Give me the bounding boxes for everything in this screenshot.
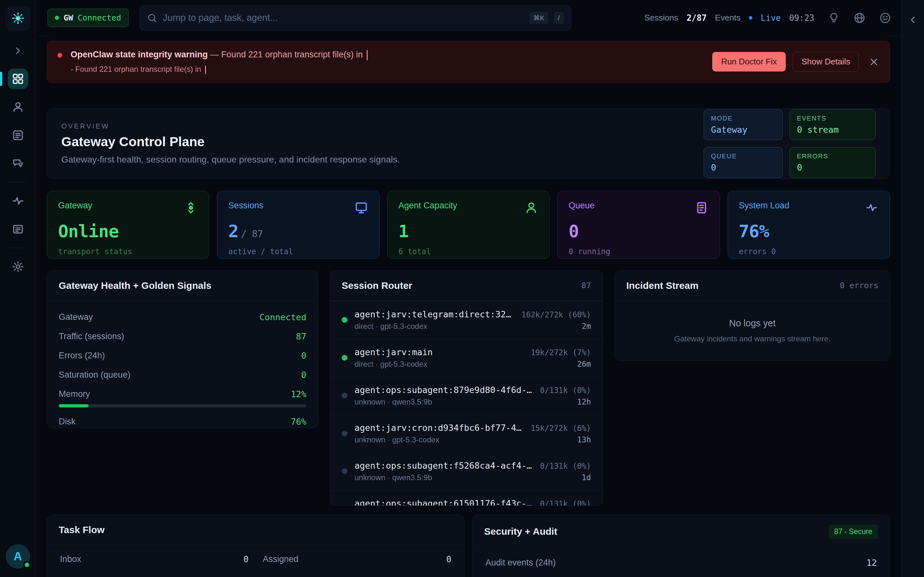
stat-system-load: System Load 76% errors 0 <box>728 191 890 259</box>
stat-gateway-title: Gateway <box>58 201 92 211</box>
errors-label: ERRORS <box>797 153 868 160</box>
left-sidebar: A <box>0 0 36 577</box>
session-name: agent:jarv:cron:d934fbc6-bf77-41fd-bfd0… <box>355 423 524 433</box>
alert-title: OpenClaw state integrity warning <box>71 50 208 59</box>
live-dot <box>749 16 752 19</box>
sun-icon <box>11 260 24 273</box>
gateway-status-badge[interactable]: GW Connected <box>47 9 129 27</box>
show-details-button[interactable]: Show Details <box>793 52 859 71</box>
session-meta: unknown · qwen3.5:9b <box>355 398 432 406</box>
task-flow-inbox: Inbox 0 <box>60 554 249 564</box>
sidebar-item-chat[interactable] <box>8 153 28 174</box>
bottom-row: Task Flow Inbox 0 Assigned 0 <box>47 514 890 577</box>
session-row[interactable]: agent:jarv:main 19k/272k (7%) direct · g… <box>330 339 603 377</box>
router-header: Session Router 87 <box>330 271 603 301</box>
events-value: 0 stream <box>797 125 868 135</box>
search-input[interactable] <box>163 13 523 23</box>
sidebar-divider <box>9 248 27 248</box>
stat-agent-capacity-sub: 6 total <box>399 247 538 256</box>
sidebar-collapse-toggle[interactable] <box>8 40 28 61</box>
overview-mini-cards: MODE Gateway EVENTS 0 stream QUEUE 0 ERR… <box>704 109 876 178</box>
session-row[interactable]: agent:ops:subagent:879e9d80-4f6d-4f2a-a6… <box>330 377 603 414</box>
session-meta: direct · gpt-5.3-codex <box>355 322 427 331</box>
health-title: Gateway Health + Golden Signals <box>59 280 212 291</box>
session-age: 26m <box>577 359 591 369</box>
grid-icon <box>11 73 24 85</box>
router-title: Session Router <box>342 280 412 291</box>
session-name: agent:ops:subagent:61501176-f43c-4864-99… <box>355 498 533 506</box>
sidebar-item-agents[interactable] <box>8 97 28 117</box>
alert-actions: Run Doctor Fix Show Details <box>712 52 879 71</box>
path-cursor <box>367 50 368 60</box>
queue-card: QUEUE 0 <box>704 147 782 178</box>
incidents-count: 0 errors <box>840 281 879 290</box>
stat-system-load-value: 76% <box>739 221 879 242</box>
sidebar-item-logs[interactable] <box>8 219 28 239</box>
session-row[interactable]: agent:jarv:cron:d934fbc6-bf77-41fd-bfd0…… <box>330 414 603 452</box>
session-row[interactable]: agent:ops:subagent:f5268ca4-acf4-4181-8e… <box>330 452 603 490</box>
session-name: agent:jarv:telegram:direct:328940762 <box>355 309 515 319</box>
user-avatar[interactable]: A <box>6 544 30 569</box>
alert-detail: - Found 221 orphan transcript file(s) in <box>71 65 201 73</box>
sidebar-item-dashboard[interactable] <box>8 69 28 89</box>
errors-card: ERRORS 0 <box>790 147 876 178</box>
mode-card: MODE Gateway <box>704 109 782 140</box>
stat-agent-capacity-value: 1 <box>399 221 538 242</box>
secure-badge: 87 - Secure <box>829 524 878 539</box>
alert-line-2: - Found 221 orphan transcript file(s) in <box>71 65 704 74</box>
incidents-header: Incident Stream 0 errors <box>615 271 890 301</box>
smiley-icon[interactable] <box>879 12 891 24</box>
app-logo <box>5 6 31 31</box>
app: A GW Connected ⌘K / <box>0 0 924 577</box>
sidebar-item-doctor[interactable] <box>8 256 28 277</box>
stat-gateway-value: Online <box>58 221 198 242</box>
session-row[interactable]: agent:jarv:telegram:direct:328940762 162… <box>330 301 603 339</box>
run-doctor-fix-button[interactable]: Run Doctor Fix <box>712 52 786 71</box>
sidebar-item-activity[interactable] <box>8 191 28 211</box>
global-search[interactable]: ⌘K / <box>140 5 571 31</box>
memory-progress-bar <box>59 404 306 408</box>
session-meta: unknown · qwen3.5:9b <box>355 473 432 482</box>
alert-sep: — <box>210 50 219 59</box>
health-header: Gateway Health + Golden Signals <box>47 271 318 301</box>
overview-text: OVERVIEW Gateway Control Plane Gateway-f… <box>61 122 400 165</box>
sessions-count: 2/87 <box>687 13 707 23</box>
health-row-saturation: Saturation (queue) 0 <box>59 370 306 380</box>
security-body: Audit events (24h) 12 <box>473 549 890 577</box>
monitor-icon <box>354 201 368 215</box>
list-icon <box>695 201 709 215</box>
alert-message: Found 221 orphan transcript file(s) in <box>221 50 363 59</box>
person-icon <box>524 201 538 215</box>
session-status-dot <box>342 468 347 474</box>
globe-icon[interactable] <box>853 12 866 24</box>
audit-events-row: Audit events (24h) 12 <box>485 558 877 568</box>
kbd-slash: / <box>554 12 564 24</box>
session-row[interactable]: agent:ops:subagent:61501176-f43c-4864-99… <box>330 490 603 506</box>
integrity-warning-banner: OpenClaw state integrity warning — Found… <box>47 41 890 83</box>
router-list: agent:jarv:telegram:direct:328940762 162… <box>330 301 603 506</box>
chat-bubbles-icon <box>11 157 24 170</box>
content-area: OpenClaw state integrity warning — Found… <box>36 36 901 577</box>
session-status-dot <box>342 355 347 361</box>
mode-label: MODE <box>711 115 775 122</box>
stat-agent-capacity: Agent Capacity 1 6 total <box>387 191 549 259</box>
session-name: agent:ops:subagent:f5268ca4-acf4-4181-8e… <box>355 461 533 471</box>
stat-queue-value: 0 <box>569 221 708 242</box>
logs-icon <box>11 223 24 235</box>
stat-queue-sub: 0 running <box>569 247 708 256</box>
rail-collapse-toggle[interactable] <box>905 12 921 27</box>
task-flow-panel: Task Flow Inbox 0 Assigned 0 <box>47 514 465 577</box>
events-card: EVENTS 0 stream <box>790 109 876 140</box>
health-row-gateway: Gateway Connected <box>59 312 306 322</box>
lightbulb-icon[interactable] <box>828 12 840 24</box>
close-alert-button[interactable] <box>869 56 879 67</box>
task-flow-header: Task Flow <box>47 515 464 545</box>
clock: 09:23 <box>789 13 814 23</box>
health-row-errors: Errors (24h) 0 <box>59 351 306 361</box>
close-icon <box>869 56 879 67</box>
queue-value: 0 <box>711 163 775 172</box>
security-audit-panel: Security + Audit 87 - Secure Audit event… <box>472 514 890 577</box>
overview-panel: OVERVIEW Gateway Control Plane Gateway-f… <box>47 108 890 179</box>
sidebar-item-notes[interactable] <box>8 125 28 145</box>
online-status-dot <box>23 561 31 569</box>
